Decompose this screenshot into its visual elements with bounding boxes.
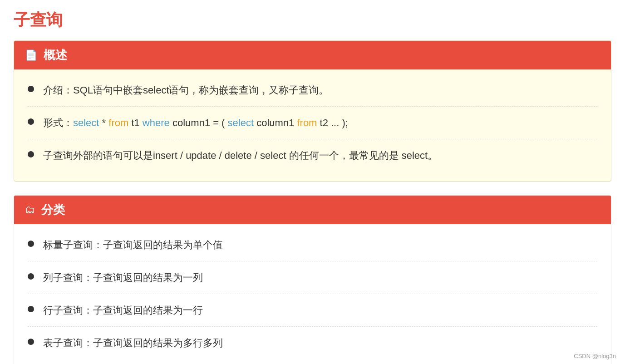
bullet-dot (28, 306, 34, 312)
watermark: CSDN @nlog3n (574, 353, 616, 359)
bullet-text: 列子查询：子查询返回的结果为一列 (43, 270, 597, 285)
code-part-plain: * (99, 117, 108, 128)
bullet-dot (28, 273, 34, 280)
bullet-text: 子查询外部的语句可以是insert / update / delete / se… (43, 148, 597, 163)
code-part-orange: from (108, 117, 128, 128)
code-part-orange: from (297, 117, 317, 128)
code-part-plain: t2 ... ); (317, 117, 348, 128)
page-title: 子查询 (14, 9, 611, 31)
list-item: 形式：select * from t1 where column1 = ( se… (28, 106, 597, 139)
bullet-dot (28, 118, 34, 125)
section-classification: 🗂分类标量子查询：子查询返回的结果为单个值列子查询：子查询返回的结果为一列行子查… (14, 195, 611, 364)
list-item: 表子查询：子查询返回的结果为多行多列 (28, 326, 597, 359)
section-body-classification: 标量子查询：子查询返回的结果为单个值列子查询：子查询返回的结果为一列行子查询：子… (14, 224, 611, 364)
list-item: 标量子查询：子查询返回的结果为单个值 (28, 229, 597, 261)
list-item: 子查询外部的语句可以是insert / update / delete / se… (28, 139, 597, 172)
section-overview: 📄概述介绍：SQL语句中嵌套select语句，称为嵌套查询，又称子查询。形式：s… (14, 40, 611, 182)
bullet-text: 形式：select * from t1 where column1 = ( se… (43, 115, 597, 131)
list-item: 列子查询：子查询返回的结果为一列 (28, 261, 597, 294)
section-title-overview: 概述 (44, 47, 67, 63)
section-body-overview: 介绍：SQL语句中嵌套select语句，称为嵌套查询，又称子查询。形式：sele… (14, 69, 611, 181)
code-part-blue: select (228, 117, 254, 128)
section-icon-overview: 📄 (25, 49, 37, 61)
bullet-dot (28, 151, 34, 157)
code-part-plain: column1 = ( (170, 117, 228, 128)
code-part-plain: 形式： (43, 117, 73, 128)
list-item: 行子查询：子查询返回的结果为一行 (28, 294, 597, 326)
code-part-blue: where (143, 117, 170, 128)
list-item: 介绍：SQL语句中嵌套select语句，称为嵌套查询，又称子查询。 (28, 74, 597, 106)
bullet-text: 行子查询：子查询返回的结果为一行 (43, 302, 597, 318)
bullet-text: 标量子查询：子查询返回的结果为单个值 (43, 237, 597, 253)
section-header-overview: 📄概述 (14, 41, 611, 69)
bullet-text: 介绍：SQL语句中嵌套select语句，称为嵌套查询，又称子查询。 (43, 82, 597, 98)
bullet-text: 表子查询：子查询返回的结果为多行多列 (43, 335, 597, 351)
section-header-classification: 🗂分类 (14, 196, 611, 224)
code-part-plain: t1 (128, 117, 143, 128)
bullet-dot (28, 86, 34, 92)
code-part-plain: column1 (254, 117, 297, 128)
bullet-dot (28, 241, 34, 247)
code-part-blue: select (73, 117, 99, 128)
section-title-classification: 分类 (41, 202, 65, 218)
section-icon-classification: 🗂 (25, 204, 35, 216)
bullet-dot (28, 339, 34, 345)
